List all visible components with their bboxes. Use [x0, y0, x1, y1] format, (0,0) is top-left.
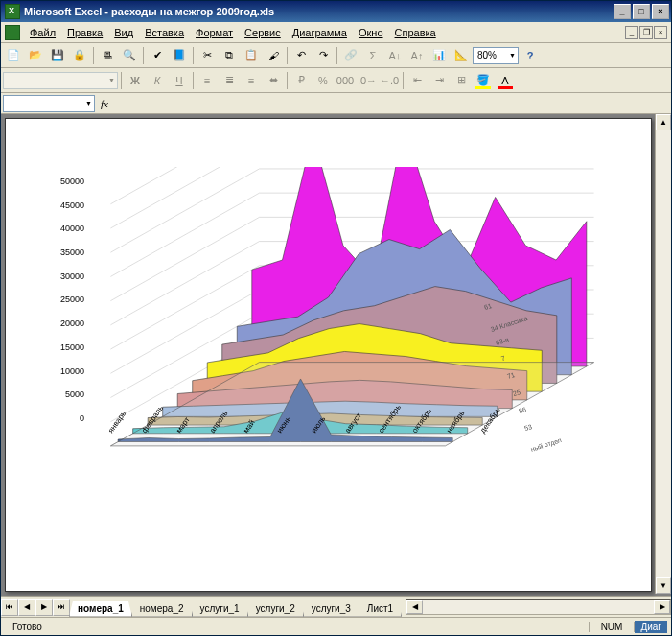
font-color-icon[interactable]: A: [495, 70, 516, 91]
inc-dec-icon[interactable]: .0→: [357, 70, 378, 91]
sheet-tab[interactable]: номера_1: [69, 601, 132, 617]
menu-edit[interactable]: Правка: [61, 25, 108, 40]
format-painter-icon[interactable]: 🖌: [263, 45, 284, 66]
tab-next-button[interactable]: ▶: [35, 599, 53, 616]
menu-help[interactable]: Справка: [389, 25, 442, 40]
y-tick: 45000: [56, 200, 84, 210]
y-axis: 5000045000400003500030000250002000015000…: [56, 177, 84, 423]
undo-icon[interactable]: ↶: [290, 45, 312, 66]
indent-inc-icon[interactable]: ⇥: [429, 70, 450, 91]
drawing-icon[interactable]: 📐: [451, 45, 472, 66]
menu-tools[interactable]: Сервис: [239, 25, 287, 40]
tab-first-button[interactable]: ⏮: [1, 599, 18, 616]
z-tick: 25: [512, 389, 521, 397]
scroll-up-icon[interactable]: ▲: [656, 114, 671, 130]
scroll-down-icon[interactable]: ▼: [656, 577, 671, 594]
excel-icon: [5, 4, 20, 19]
sheet-tab[interactable]: номера_2: [131, 601, 193, 617]
hyperlink-icon[interactable]: 🔗: [340, 45, 361, 66]
app-menu-icon[interactable]: [5, 25, 20, 40]
minimize-button[interactable]: _: [614, 4, 631, 19]
currency-icon[interactable]: ₽: [290, 70, 312, 91]
sheet-tab[interactable]: Лист1: [359, 601, 402, 617]
open-icon[interactable]: 📂: [25, 45, 46, 66]
y-tick: 15000: [56, 342, 84, 352]
paste-icon[interactable]: 📋: [241, 45, 262, 66]
research-icon[interactable]: 📘: [169, 45, 190, 66]
scroll-left-icon[interactable]: ◀: [406, 600, 423, 614]
window-title: Microsoft Excel - расходы на межгор 2009…: [24, 6, 274, 17]
menu-file[interactable]: Файл: [24, 25, 61, 40]
scroll-track[interactable]: [423, 600, 654, 614]
doc-minimize-button[interactable]: _: [625, 26, 638, 39]
svg-line-15: [110, 193, 259, 276]
copy-icon[interactable]: ⧉: [219, 45, 240, 66]
close-button[interactable]: ×: [652, 4, 669, 19]
redo-icon[interactable]: ↷: [313, 45, 334, 66]
vertical-scrollbar[interactable]: ▲ ▼: [655, 114, 671, 594]
sort-asc-icon[interactable]: A↓: [384, 45, 406, 66]
menu-insert[interactable]: Вставка: [139, 25, 190, 40]
align-right-icon[interactable]: ≡: [241, 70, 262, 91]
align-left-icon[interactable]: ≡: [197, 70, 218, 91]
work-area: 5000045000400003500030000250002000015000…: [1, 114, 671, 617]
doc-restore-button[interactable]: ❐: [639, 26, 653, 39]
dec-dec-icon[interactable]: ←.0: [379, 70, 400, 91]
scroll-track[interactable]: [656, 130, 671, 577]
sheet-tab[interactable]: услуги_2: [247, 601, 304, 617]
font-combo[interactable]: ▼: [3, 72, 118, 89]
new-icon[interactable]: 📄: [3, 45, 24, 66]
tab-prev-button[interactable]: ◀: [18, 599, 35, 616]
y-tick: 5000: [56, 389, 84, 399]
z-axis: 6134 Классика63-в771258653ный отдел: [484, 303, 637, 476]
permission-icon[interactable]: 🔒: [69, 45, 90, 66]
print-icon[interactable]: 🖶: [97, 45, 118, 66]
underline-button[interactable]: Ч: [169, 70, 190, 91]
menu-bar: Файл Правка Вид Вставка Формат Сервис Ди…: [1, 22, 671, 43]
menu-window[interactable]: Окно: [353, 25, 389, 40]
scroll-right-icon[interactable]: ▶: [654, 600, 670, 614]
zoom-combo[interactable]: 80%▼: [473, 47, 519, 64]
y-tick: 0: [56, 413, 84, 423]
align-center-icon[interactable]: ≣: [219, 70, 240, 91]
sum-icon[interactable]: Σ: [362, 45, 383, 66]
fx-label[interactable]: fx: [101, 98, 108, 109]
excel-window: Microsoft Excel - расходы на межгор 2009…: [0, 0, 672, 636]
fill-icon[interactable]: 🪣: [473, 70, 494, 91]
name-box[interactable]: ▼: [3, 95, 95, 112]
sort-desc-icon[interactable]: A↑: [406, 45, 428, 66]
svg-line-19: [110, 167, 259, 228]
chart-3d-area: 5000045000400003500030000250002000015000…: [15, 138, 641, 572]
status-ready: Готово: [5, 622, 50, 632]
horizontal-scrollbar[interactable]: ◀ ▶: [406, 599, 671, 615]
tab-last-button[interactable]: ⏭: [53, 599, 70, 616]
borders-icon[interactable]: ⊞: [451, 70, 472, 91]
italic-button[interactable]: К: [147, 70, 168, 91]
menu-view[interactable]: Вид: [108, 25, 139, 40]
merge-icon[interactable]: ⬌: [263, 70, 284, 91]
save-icon[interactable]: 💾: [47, 45, 68, 66]
sheet-tab[interactable]: услуги_1: [192, 601, 248, 617]
chart-icon[interactable]: 📊: [429, 45, 450, 66]
cut-icon[interactable]: ✂: [197, 45, 218, 66]
y-tick: 20000: [56, 318, 84, 328]
menu-chart[interactable]: Диаграмма: [287, 25, 353, 40]
spell-icon[interactable]: ✔: [147, 45, 168, 66]
bold-button[interactable]: Ж: [125, 70, 146, 91]
formatting-toolbar: ▼ Ж К Ч ≡ ≣ ≡ ⬌ ₽ % 000 .0→ ←.0 ⇤ ⇥ ⊞ 🪣 …: [1, 68, 671, 93]
maximize-button[interactable]: □: [633, 4, 650, 19]
z-tick: 34 Классика: [490, 315, 528, 333]
help-icon[interactable]: ?: [520, 45, 541, 66]
comma-icon[interactable]: 000: [335, 70, 356, 91]
chevron-down-icon: ▼: [509, 52, 516, 59]
indent-dec-icon[interactable]: ⇤: [406, 70, 428, 91]
svg-line-21: [110, 167, 259, 204]
z-tick: 63-в: [495, 336, 509, 346]
sheet-tab[interactable]: услуги_3: [303, 601, 359, 617]
chart-document[interactable]: 5000045000400003500030000250002000015000…: [5, 118, 652, 592]
preview-icon[interactable]: 🔍: [119, 45, 140, 66]
status-bar: Готово NUM Диаг: [1, 617, 671, 635]
percent-icon[interactable]: %: [313, 70, 334, 91]
doc-close-button[interactable]: ×: [654, 26, 667, 39]
menu-format[interactable]: Формат: [190, 25, 239, 40]
